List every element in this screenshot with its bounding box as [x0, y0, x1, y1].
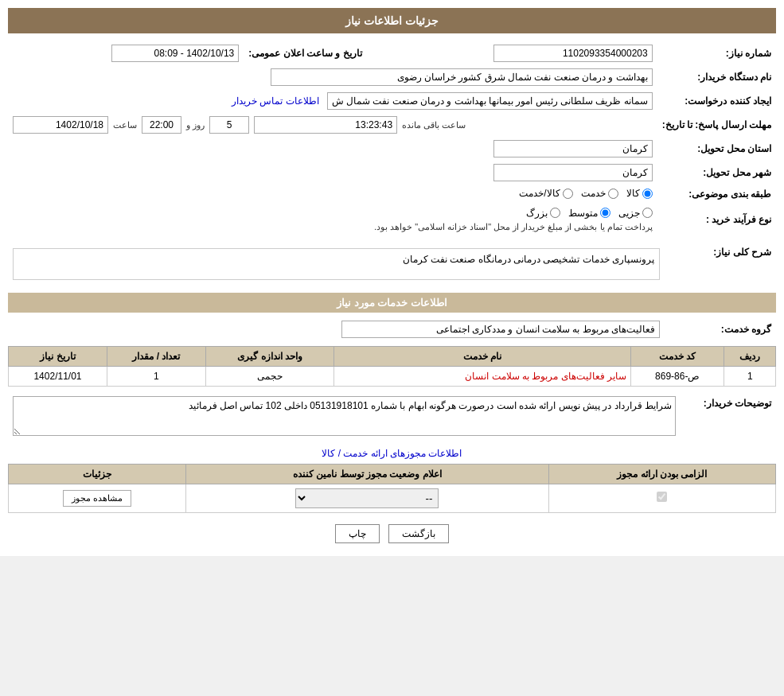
sharh-value: پرونسپاری خدمات تشخیصی درمانی درمانگاه ص…	[403, 254, 654, 265]
mohlet-saat-box: 22:00	[142, 116, 181, 134]
grohe-khedmat-value: فعالیت‌های مربوط به سلامت انسان و مددکار…	[8, 317, 665, 341]
ijad-value: سمانه ظریف سلطانی رئیس امور بیمانها بهدا…	[8, 89, 657, 113]
cell-unit: حجمی	[205, 366, 334, 386]
mohlet-baqimande-box: 13:23:43	[254, 116, 397, 134]
cell-count: 1	[107, 366, 205, 386]
tabaqe-label: طبقه بندی موضوعی:	[657, 185, 776, 204]
cell-radif: 1	[724, 366, 776, 386]
services-table: ردیف کد خدمت نام خدمت واحد اندازه گیری ت…	[8, 346, 776, 387]
perm-row-1: -- مشاهده مجوز	[9, 484, 776, 512]
farayand-motavaset[interactable]: متوسط	[568, 208, 610, 219]
shahr-value: کرمان	[8, 161, 657, 185]
sharh-section: شرح کلی نیاز: پرونسپاری خدمات تشخیصی درم…	[8, 242, 776, 286]
footer-buttons: بازگشت چاپ	[8, 524, 776, 543]
grohe-khedmat-box: فعالیت‌های مربوط به سلامت انسان و مددکار…	[341, 321, 660, 338]
row-ostan: استان محل تحویل: کرمان	[8, 137, 776, 161]
perm-col-alam: اعلام وضعیت مجوز توسط نامین کننده	[186, 464, 548, 484]
perm-elzam-checkbox	[657, 492, 667, 502]
col-count: تعداد / مقدار	[107, 346, 205, 366]
mohlet-saat-label: ساعت	[113, 120, 137, 130]
page-header: جزئیات اطلاعات نیاز	[8, 8, 776, 33]
tabaqe-options: کالا/خدمت خدمت کالا	[8, 185, 657, 204]
col-unit: واحد اندازه گیری	[205, 346, 334, 366]
perm-col-elzam: الزامی بودن ارائه مجوز	[548, 464, 775, 484]
perm-alam-select[interactable]: --	[295, 488, 439, 508]
ijad-label: ایجاد کننده درخواست:	[657, 89, 776, 113]
row-nam-dastgah: نام دستگاه خریدار: بهداشت و درمان صنعت ن…	[8, 65, 776, 89]
ostan-label: استان محل تحویل:	[657, 137, 776, 161]
tozihat-section: توضیحات خریدار:	[8, 393, 776, 441]
sharh-value-cell: پرونسپاری خدمات تشخیصی درمانی درمانگاه ص…	[8, 242, 665, 286]
ostan-box: کرمان	[493, 140, 653, 157]
sharh-value-box: پرونسپاری خدمات تشخیصی درمانی درمانگاه ص…	[13, 248, 660, 280]
mohlet-baqimande-label: ساعت باقی مانده	[402, 120, 466, 130]
nam-dastgah-box: بهداشت و درمان صنعت نفت شمال شرق کشور خر…	[271, 68, 653, 86]
mohlet-roz-box: 5	[209, 116, 249, 134]
col-name: نام خدمت	[334, 346, 631, 366]
shomare-niaz-box: 1102093354000203	[493, 45, 653, 62]
farayand-jozi[interactable]: جزیی	[618, 208, 653, 219]
cell-name: سایر فعالیت‌های مربوط به سلامت انسان	[334, 366, 631, 386]
col-date: تاریخ نیاز	[9, 346, 107, 366]
tarikh-box: 1402/10/13 - 08:09	[111, 45, 239, 62]
cell-code: ص-86-869	[630, 366, 724, 386]
perm-header-row: الزامی بودن ارائه مجوز اعلام وضعیت مجوز …	[9, 464, 776, 484]
main-info-table: شماره نیاز: 1102093354000203 تاریخ و ساع…	[8, 41, 776, 235]
col-radif: ردیف	[724, 346, 776, 366]
page-wrapper: جزئیات اطلاعات نیاز شماره نیاز: 11020933…	[0, 0, 784, 556]
tabaqe-option-kala-khedmat[interactable]: کالا/خدمت	[519, 188, 572, 199]
row-ijad: ایجاد کننده درخواست: سمانه ظریف سلطانی ر…	[8, 89, 776, 113]
tabaqe-option-khedmat[interactable]: خدمت	[581, 188, 618, 199]
mohlet-date-box: 1402/10/18	[13, 116, 108, 134]
row-shahr: شهر محل تحویل: کرمان	[8, 161, 776, 185]
perm-elzam-cell	[548, 484, 775, 512]
tabaqe-option-kala[interactable]: کالا	[626, 188, 653, 199]
row-noe-farayand: نوع فرآیند خرید : بزرگ متوسط جزیی	[8, 204, 776, 235]
btn-bazgasht[interactable]: بازگشت	[388, 524, 449, 543]
permissions-table: الزامی بودن ارائه مجوز اعلام وضعیت مجوز …	[8, 464, 776, 513]
row-tabaqe: طبقه بندی موضوعی: کالا/خدمت خدمت کالا	[8, 185, 776, 204]
mohlet-roz-label: روز و	[186, 120, 205, 130]
nam-dastgah-label: نام دستگاه خریدار:	[657, 65, 776, 89]
cell-date: 1402/11/01	[9, 366, 107, 386]
mohlet-value: 1402/10/18 ساعت 22:00 روز و 5 13:23:43 س…	[8, 113, 657, 137]
perm-joziyat-cell: مشاهده مجوز	[9, 484, 186, 512]
services-section-title: اطلاعات خدمات مورد نیاز	[8, 293, 776, 313]
tarikh-label: تاریخ و ساعت اعلان عمومی:	[244, 41, 366, 65]
col-code: کد خدمت	[630, 346, 724, 366]
shomare-niaz-value: 1102093354000203	[367, 41, 657, 65]
services-table-header-row: ردیف کد خدمت نام خدمت واحد اندازه گیری ت…	[9, 346, 776, 366]
shahr-box: کرمان	[493, 164, 653, 181]
perm-col-joziyat: جزئیات	[9, 464, 186, 484]
ostan-value: کرمان	[8, 137, 657, 161]
ijad-link[interactable]: اطلاعات تماس خریدار	[232, 95, 319, 107]
header-title: جزئیات اطلاعات نیاز	[345, 14, 439, 27]
farayand-bozorg[interactable]: بزرگ	[526, 208, 560, 219]
noe-farayand-content: بزرگ متوسط جزیی پرداخت تمام یا بخشی از م…	[8, 204, 657, 235]
sharh-label: شرح کلی نیاز:	[665, 242, 776, 286]
btn-chap[interactable]: چاپ	[335, 524, 380, 543]
ijad-box: سمانه ظریف سلطانی رئیس امور بیمانها بهدا…	[327, 92, 653, 110]
tozihat-textarea[interactable]	[13, 396, 676, 436]
row-shomare-niaz: شماره نیاز: 1102093354000203 تاریخ و ساع…	[8, 41, 776, 65]
mohlet-label: مهلت ارسال پاسخ: تا تاریخ:	[657, 113, 776, 137]
grohe-khedmat-label: گروه خدمت:	[665, 317, 776, 341]
noe-farayand-label: نوع فرآیند خرید :	[657, 204, 776, 235]
row-mohlet: مهلت ارسال پاسخ: تا تاریخ: 1402/10/18 سا…	[8, 113, 776, 137]
perm-alam-cell: --	[186, 484, 548, 512]
tarikh-value: 1402/10/13 - 08:09	[8, 41, 244, 65]
tozihat-label: توضیحات خریدار:	[681, 393, 776, 441]
shomare-niaz-label: شماره نیاز:	[657, 41, 776, 65]
tozihat-value-cell	[8, 393, 681, 441]
nam-dastgah-value: بهداشت و درمان صنعت نفت شمال شرق کشور خر…	[8, 65, 657, 89]
permissions-section-title: اطلاعات مجوزهای ارائه خدمت / کالا	[8, 448, 776, 459]
perm-view-button[interactable]: مشاهده مجوز	[63, 490, 131, 507]
farayand-note: پرداخت تمام یا بخشی از مبلغ خریدار از مح…	[13, 222, 653, 232]
shahr-label: شهر محل تحویل:	[657, 161, 776, 185]
service-row-1: 1 ص-86-869 سایر فعالیت‌های مربوط به سلام…	[9, 366, 776, 386]
